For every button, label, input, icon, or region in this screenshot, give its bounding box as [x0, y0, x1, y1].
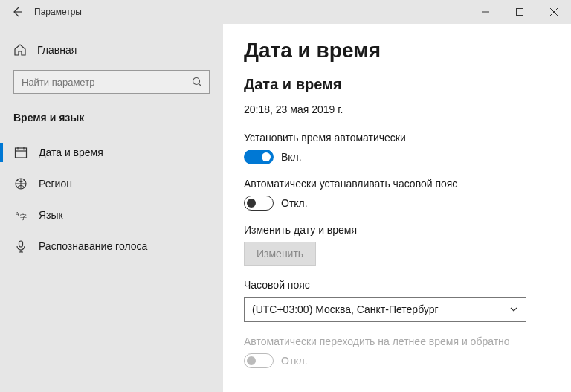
maximize-icon — [516, 8, 523, 16]
svg-rect-2 — [16, 148, 27, 158]
auto-tz-label: Автоматически устанавливать часовой пояс — [244, 178, 550, 190]
nav-date-time[interactable]: Дата и время — [0, 137, 223, 168]
nav-region[interactable]: Регион — [0, 168, 223, 199]
titlebar: Параметры — [0, 0, 571, 24]
home-icon — [13, 43, 27, 57]
microphone-icon — [13, 240, 28, 253]
language-icon: A字 — [13, 208, 28, 222]
back-button[interactable] — [0, 0, 34, 24]
timezone-select[interactable]: (UTC+03:00) Москва, Санкт-Петербург — [244, 297, 526, 322]
home-nav[interactable]: Главная — [0, 37, 223, 62]
sidebar: Главная Время и язык Дата и время — [0, 24, 223, 392]
nav-item-label: Язык — [39, 209, 63, 221]
timezone-value: (UTC+03:00) Москва, Санкт-Петербург — [252, 303, 439, 315]
globe-icon — [13, 177, 28, 190]
current-datetime: 20:18, 23 мая 2019 г. — [244, 103, 550, 115]
calendar-clock-icon — [13, 146, 28, 159]
settings-window: Параметры Главная — [0, 0, 571, 392]
close-icon — [550, 8, 558, 16]
minimize-icon — [482, 8, 489, 16]
section-title: Дата и время — [244, 76, 550, 93]
dst-label: Автоматически переходить на летнее время… — [244, 335, 550, 347]
nav-speech[interactable]: Распознавание голоса — [0, 231, 223, 262]
window-title: Параметры — [34, 7, 82, 17]
dst-toggle — [244, 353, 274, 368]
svg-rect-6 — [19, 241, 23, 247]
nav-language[interactable]: A字 Язык — [0, 199, 223, 231]
minimize-button[interactable] — [468, 0, 503, 24]
auto-time-label: Установить время автоматически — [244, 132, 550, 144]
nav-list: Дата и время Регион A字 Язык — [0, 137, 223, 262]
svg-rect-0 — [517, 9, 523, 16]
dst-state: Откл. — [281, 355, 308, 367]
maximize-button[interactable] — [503, 0, 537, 24]
page-title: Дата и время — [244, 39, 550, 62]
svg-text:A: A — [15, 211, 20, 218]
change-button: Изменить — [244, 242, 316, 266]
content-pane: Дата и время Дата и время 20:18, 23 мая … — [223, 24, 571, 392]
arrow-left-icon — [11, 6, 23, 18]
svg-text:字: 字 — [20, 213, 27, 221]
close-button[interactable] — [537, 0, 571, 24]
auto-tz-state: Откл. — [281, 197, 308, 209]
chevron-down-icon — [509, 305, 518, 314]
search-icon — [185, 77, 209, 87]
nav-item-label: Распознавание голоса — [39, 240, 147, 252]
search-box[interactable] — [13, 70, 210, 94]
auto-tz-toggle[interactable] — [244, 196, 274, 211]
category-header: Время и язык — [0, 107, 223, 137]
svg-point-1 — [193, 78, 200, 85]
timezone-label: Часовой пояс — [244, 279, 550, 291]
home-label: Главная — [37, 44, 77, 56]
search-input[interactable] — [14, 77, 185, 88]
nav-item-label: Регион — [39, 178, 72, 190]
change-dt-label: Изменить дату и время — [244, 224, 550, 236]
auto-time-state: Вкл. — [281, 151, 302, 163]
nav-item-label: Дата и время — [39, 147, 103, 158]
auto-time-toggle[interactable] — [244, 150, 274, 164]
